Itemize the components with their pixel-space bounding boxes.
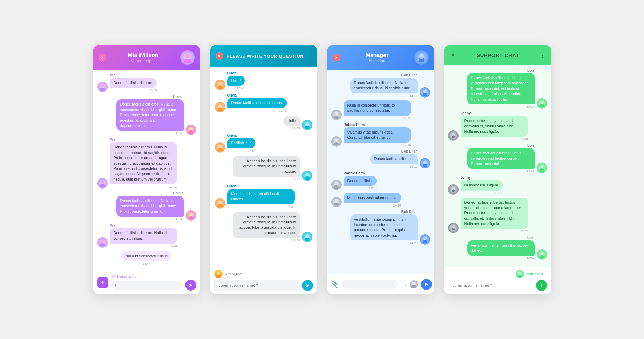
svg-point-27 — [217, 271, 220, 275]
header-title-4: SUPPORT CHAT — [457, 52, 539, 58]
message-time: 12:45 — [227, 109, 287, 112]
message-row: Mia Donec facilisis elit eros. Nulla id … — [97, 138, 196, 189]
message-row: Nulla id consectetur risus, to sagittis … — [331, 100, 430, 120]
message-block: Johny Donec lectus dui, vehicula ut conv… — [461, 111, 528, 141]
send-button-3[interactable]: ➤ — [421, 279, 432, 290]
messages-1: Mia Donec facilisis elit eros. 13:39 Emm… — [93, 70, 200, 271]
avatar-msg — [331, 136, 342, 147]
bubble: Venenatis nisl tempor ullamcorper donec. — [467, 240, 535, 256]
svg-point-43 — [334, 203, 339, 206]
bubble: Aenean iaculis nisl non libero gravida t… — [233, 212, 300, 238]
message-row: Bob Dilan Donec facilisis elit eros. 14:… — [331, 149, 430, 168]
svg-point-14 — [218, 85, 223, 89]
message-input-3[interactable] — [342, 280, 398, 289]
bubble: Donec lectus dui, vehicula ut convallis … — [461, 116, 528, 137]
message-block: Lois Venenatis nisl tempor ullamcorper d… — [467, 236, 535, 260]
bubble: Nullanec risus ligula. — [461, 180, 503, 190]
bubble: Donec facilisis elit eros. Nulla id cons… — [116, 196, 184, 217]
sender-name: Olivia — [227, 71, 245, 75]
avatar-msg — [97, 237, 108, 248]
avatar-msg — [420, 87, 430, 98]
svg-point-28 — [216, 275, 221, 278]
typing-avatar — [214, 270, 223, 278]
svg-point-40 — [335, 182, 338, 185]
message-row: Bob Dilan Donec facilisis elit eros. Nul… — [331, 73, 430, 98]
sender-name: Mia — [110, 73, 157, 77]
message-block: Olivia Donec facilisis elit eros, luctus… — [227, 93, 287, 112]
svg-point-34 — [335, 112, 338, 116]
messages-3: Bob Dilan Donec facilisis elit eros. Nul… — [327, 70, 434, 274]
svg-point-63 — [518, 271, 521, 275]
send-button-1[interactable]: ➤ — [185, 280, 196, 291]
avatar-msg — [302, 120, 312, 130]
message-block: Mia Donec facilisis elit eros. Nulla id … — [110, 138, 177, 189]
close-button-1[interactable]: × — [99, 54, 106, 61]
bubble: Donec facilisis elit eros. Nulla id cons… — [350, 78, 418, 93]
bubble: Hello! — [227, 76, 245, 86]
message-block: Bob Dilan Donec facilisis elit eros. Nul… — [350, 73, 418, 98]
bubble: Donec facilisis. — [344, 176, 377, 186]
svg-point-39 — [423, 164, 427, 167]
typing-indicator: Writing text ... — [225, 272, 246, 276]
message-block: Olivia Morbi sed ligula eu elit iaculis … — [227, 184, 295, 209]
message-row: Donec facilisis elit eros, luctus venena… — [448, 198, 547, 233]
bubble: Donec facilisis elit eros. Nulla id cons… — [116, 99, 184, 131]
avatar-1 — [180, 50, 195, 65]
svg-point-49 — [539, 104, 544, 107]
avatar-msg — [420, 158, 430, 168]
message-row: Olivia Facilisis elit. 12:46 — [215, 134, 312, 152]
send-button-4[interactable]: ↑ — [536, 280, 547, 291]
message-row: Olivia Morbi sed ligula eu elit iaculis … — [215, 184, 312, 209]
agent-name-3: Manager — [340, 52, 414, 58]
message-input-1[interactable] — [111, 281, 183, 290]
typing-avatar — [516, 270, 524, 278]
message-row: Emma Donec facilisis elit eros. Nulla id… — [97, 191, 196, 221]
attach-button[interactable]: 📎 — [331, 281, 339, 288]
sender-name: Robbie Form — [344, 171, 377, 175]
message-time: 13:46 — [467, 105, 535, 109]
message-time: 12:45 — [283, 127, 300, 130]
close-button-2[interactable]: × — [216, 52, 223, 60]
message-block: Donec facilisis elit eros, luctus venena… — [461, 198, 528, 233]
svg-point-53 — [540, 165, 544, 168]
close-button-4[interactable]: × — [450, 51, 457, 59]
message-row: Emma Donec facilisis elit eros. Nulla id… — [97, 95, 196, 135]
message-input-4[interactable] — [448, 280, 533, 291]
bubble: Hello — [283, 116, 300, 126]
close-button-3[interactable]: × — [333, 54, 340, 61]
send-button-2[interactable]: ➤ — [302, 280, 313, 291]
add-button[interactable]: + — [97, 277, 108, 288]
svg-point-0 — [185, 54, 190, 58]
message-time: 14:18 — [344, 204, 401, 207]
message-time: 12:46 — [227, 149, 255, 153]
message-block: Hello 12:45 — [283, 116, 300, 130]
avatar-msg — [215, 102, 225, 112]
header-4: × SUPPORT CHAT ⋮ — [444, 45, 551, 65]
avatar-msg — [537, 98, 547, 109]
message-block: Nulla id consectetur risus, to sagittis … — [344, 100, 411, 120]
bubble: Facilisis elit. — [227, 138, 255, 148]
message-row: Johny Nullanec risus ligula. 13:51 — [448, 176, 547, 194]
message-time: 14:11 — [350, 94, 418, 98]
message-time: 14:12 — [344, 117, 411, 120]
bubble: Donec facilisis elit eros. — [110, 78, 157, 88]
message-row: Lois Venenatis nisl tempor ullamcorper d… — [448, 236, 547, 260]
sender-name: Johny — [461, 176, 503, 180]
svg-point-46 — [412, 282, 416, 285]
avatar-msg — [537, 249, 547, 260]
app-container: × Mia Willson Online Helper Mia Donec fa… — [79, 31, 565, 308]
svg-point-62 — [539, 255, 544, 258]
avatar-msg — [302, 232, 312, 242]
message-row: Hello 12:45 — [215, 116, 312, 130]
message-time: 13:51 — [461, 191, 503, 195]
avatar-msg — [302, 171, 312, 181]
header-3: × Manager Bob Dilan — [327, 45, 434, 70]
chat-window-2: × PLEASE WRITE YOUR QUESTION Olivia Hell… — [210, 45, 317, 294]
svg-point-55 — [452, 187, 455, 190]
footer-4: Writing text ... ↑ — [444, 267, 551, 294]
avatar-msg — [215, 142, 225, 153]
more-options-button[interactable]: ⋮ — [539, 51, 546, 59]
header-2: × PLEASE WRITE YOUR QUESTION — [210, 45, 317, 67]
message-input-2[interactable] — [214, 280, 299, 291]
message-block: Mia Donec facilisis elit eros. Nulla id … — [110, 223, 177, 248]
